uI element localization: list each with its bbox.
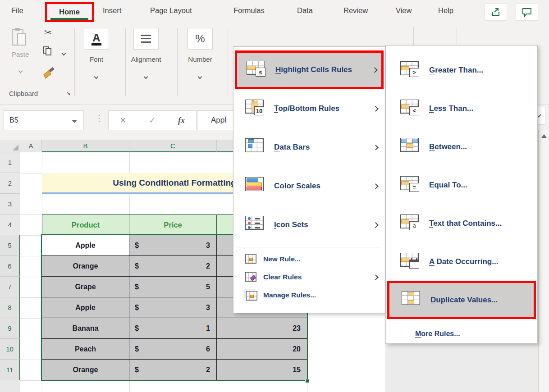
- column-header-b[interactable]: B: [42, 140, 129, 152]
- paste-dropdown-chevron-icon[interactable]: [18, 69, 23, 73]
- insert-function-button[interactable]: fx: [178, 116, 185, 125]
- enter-button[interactable]: ✓: [149, 116, 155, 125]
- number-group-chevron-icon[interactable]: [198, 75, 202, 79]
- alignment-group-chevron-icon[interactable]: [144, 75, 148, 79]
- cell-qty[interactable]: 20: [217, 339, 307, 360]
- menu-item-top-bottom-rules[interactable]: ↑ 10 Top/Bottom Rules: [233, 89, 385, 128]
- cell-product[interactable]: Banana: [42, 318, 129, 339]
- row-header-4[interactable]: 4: [0, 214, 20, 235]
- menu-item-color-scales[interactable]: Color Scales: [233, 167, 385, 205]
- name-box[interactable]: B5: [4, 110, 84, 130]
- name-box-dropdown-icon[interactable]: [72, 120, 77, 123]
- column-header-c[interactable]: C: [129, 140, 217, 152]
- row-header-6[interactable]: 6: [0, 256, 20, 277]
- submenu-item-text-that-contains[interactable]: a Text that Contains...: [386, 204, 537, 242]
- cell-price[interactable]: $6: [129, 339, 217, 360]
- cell-price[interactable]: $3: [129, 297, 217, 318]
- vertical-scrollbar[interactable]: [538, 130, 549, 392]
- column-header-a[interactable]: A: [20, 140, 42, 152]
- tab-file[interactable]: File: [11, 6, 23, 15]
- copy-button[interactable]: [43, 46, 52, 57]
- menu-item-label: Text that Contains...: [429, 219, 502, 228]
- paste-button[interactable]: Paste: [12, 28, 29, 74]
- cancel-button[interactable]: ✕: [120, 116, 126, 125]
- tab-review[interactable]: Review: [343, 6, 368, 15]
- cell-price[interactable]: $2: [129, 360, 217, 380]
- tab-home[interactable]: Home: [47, 8, 92, 16]
- row-header-2[interactable]: 2: [0, 173, 20, 194]
- menu-item-label: Highlight Cells Rules: [275, 65, 352, 74]
- select-all-button[interactable]: [0, 140, 20, 152]
- cell-product[interactable]: Grape: [42, 277, 129, 297]
- row-header-10[interactable]: 10: [0, 339, 20, 360]
- cell-product[interactable]: Orange: [42, 256, 129, 277]
- row-header-11[interactable]: 11: [0, 360, 20, 380]
- number-group-button[interactable]: %: [188, 28, 213, 50]
- submenu-item-greater-than[interactable]: > Greater Than...: [386, 51, 537, 89]
- cell-qty[interactable]: 15: [217, 360, 307, 380]
- tab-view[interactable]: View: [396, 6, 412, 15]
- tab-insert[interactable]: Insert: [103, 6, 121, 15]
- tab-formulas[interactable]: Formulas: [233, 6, 265, 15]
- a-date-occurring-icon: [400, 252, 422, 271]
- alignment-group-button[interactable]: [133, 28, 159, 50]
- menu-item-label: Less Than...: [429, 104, 473, 113]
- menu-item-manage-rules[interactable]: Manage Rules...: [233, 286, 385, 304]
- tab-page-layout[interactable]: Page Layout: [150, 6, 192, 15]
- menu-item-data-bars[interactable]: Data Bars: [233, 128, 385, 167]
- clipboard-dialog-launcher[interactable]: ↘: [66, 90, 71, 96]
- price-value: 3: [206, 304, 210, 312]
- menu-item-new-rule[interactable]: New Rule...: [233, 250, 385, 268]
- row-header-7[interactable]: 7: [0, 277, 20, 297]
- copy-icon: [43, 46, 52, 55]
- share-button[interactable]: [485, 4, 507, 21]
- font-group-chevron-icon[interactable]: [94, 75, 99, 79]
- menu-separator: [237, 247, 381, 247]
- submenu-item-more-rules[interactable]: More Rules...: [386, 325, 537, 343]
- copy-dropdown-chevron-icon[interactable]: [62, 51, 66, 56]
- menu-item-icon-sets[interactable]: Icon Sets: [233, 205, 385, 244]
- color-scales-icon: [245, 177, 267, 196]
- fill-handle[interactable]: [305, 379, 309, 383]
- cell-price[interactable]: $1: [129, 318, 217, 339]
- submenu-item-less-than[interactable]: < Less Than...: [386, 89, 537, 128]
- clear-rules-icon: [245, 272, 257, 282]
- gridline: [20, 277, 42, 277]
- row-header-3[interactable]: 3: [0, 194, 20, 214]
- submenu-item-equal-to[interactable]: = Equal To...: [386, 166, 537, 204]
- table-header-product[interactable]: Product: [42, 214, 129, 235]
- row-header-5[interactable]: 5: [0, 235, 20, 256]
- menu-item-label: Between...: [429, 142, 467, 151]
- table-header-price[interactable]: Price: [129, 214, 217, 235]
- cell-price[interactable]: $2: [129, 256, 217, 277]
- background-region: [385, 344, 538, 392]
- cell-product[interactable]: Orange: [42, 360, 129, 380]
- cell-price[interactable]: $5: [129, 277, 217, 297]
- comment-button[interactable]: [516, 4, 538, 21]
- menu-item-clear-rules[interactable]: Clear Rules: [233, 268, 385, 286]
- cell-product[interactable]: Apple: [42, 297, 129, 318]
- format-painter-button[interactable]: [43, 68, 55, 81]
- data-bars-icon: [245, 138, 267, 157]
- cell-price[interactable]: $3: [129, 235, 217, 256]
- row-header-8[interactable]: 8: [0, 297, 20, 318]
- row-header-1[interactable]: 1: [0, 152, 20, 173]
- submenu-item-a-date-occurring[interactable]: A Date Occurring...: [386, 242, 537, 281]
- scroll-up-arrow-icon[interactable]: [541, 134, 547, 138]
- submenu-item-between[interactable]: Between...: [386, 128, 537, 166]
- conditional-formatting-menu: ≤ Highlight Cells Rules ↑ 10 Top/Bottom …: [233, 46, 385, 313]
- cell-product[interactable]: Peach: [42, 339, 129, 360]
- menu-item-highlight-cells-rules[interactable]: ≤ Highlight Cells Rules: [235, 50, 384, 89]
- font-group-button[interactable]: A: [84, 28, 109, 50]
- row-header-9[interactable]: 9: [0, 318, 20, 339]
- gridline: [20, 235, 42, 236]
- row-header-12-partial[interactable]: [0, 380, 20, 392]
- cut-button[interactable]: ✂: [44, 27, 52, 38]
- submenu-item-duplicate-values[interactable]: Duplicate Values...: [387, 281, 536, 319]
- highlight-cells-rules-icon: ≤: [247, 60, 268, 79]
- cell-product[interactable]: Apple: [42, 235, 129, 256]
- tab-help[interactable]: Help: [438, 6, 453, 15]
- submenu-arrow-icon: [373, 106, 379, 112]
- tab-data[interactable]: Data: [297, 6, 313, 15]
- cell-qty[interactable]: 23: [217, 318, 307, 339]
